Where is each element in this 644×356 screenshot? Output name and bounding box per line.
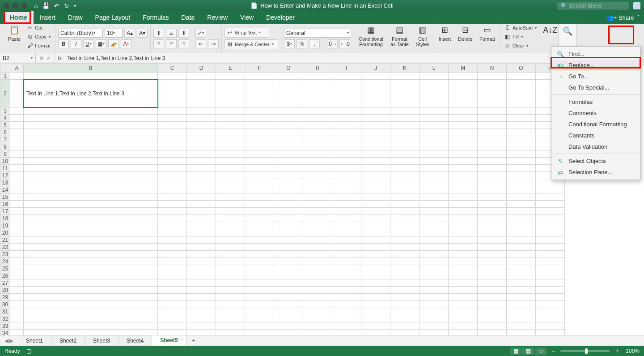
cell-L22[interactable] [419,244,449,251]
cell-C20[interactable] [158,229,187,236]
cell-E7[interactable] [216,136,245,143]
cell-A6[interactable] [10,129,24,136]
cell-F19[interactable] [245,222,274,229]
cell-L12[interactable] [419,172,449,179]
cell-F17[interactable] [245,208,274,215]
row-header-16[interactable]: 16 [0,201,10,208]
cell-B22[interactable] [24,244,158,251]
cell-D5[interactable] [187,122,216,129]
cell-J17[interactable] [361,208,390,215]
cell-C25[interactable] [158,265,187,272]
cell-I2[interactable] [332,80,361,107]
cell-K33[interactable] [390,322,419,330]
cell-I7[interactable] [332,136,361,143]
cell-O2[interactable] [507,80,536,107]
cell-B17[interactable] [24,208,158,215]
cell-H5[interactable] [303,122,332,129]
cell-D7[interactable] [187,136,216,143]
cell-E28[interactable] [216,287,245,294]
percent-button[interactable]: % [297,39,307,48]
cell-K15[interactable] [390,193,419,201]
cell-J11[interactable] [361,165,390,172]
cell-L16[interactable] [419,201,449,208]
col-header-H[interactable]: H [303,64,332,73]
cut-button[interactable]: ✂Cut [25,24,52,32]
cell-K18[interactable] [390,215,419,222]
cell-G14[interactable] [274,186,303,193]
tab-formulas[interactable]: Formulas [136,11,175,24]
fx-icon[interactable]: fx [55,55,64,61]
row-header-20[interactable]: 20 [0,229,10,236]
align-left-button[interactable]: ≡ [153,39,164,48]
next-sheet-icon[interactable]: ▶ [9,338,13,344]
cell-I14[interactable] [332,186,361,193]
cell-F6[interactable] [245,129,274,136]
cell-J34[interactable] [361,330,390,335]
cell-A27[interactable] [10,279,24,287]
border-button[interactable]: ▦▾ [96,39,106,48]
cell-I34[interactable] [332,330,361,335]
font-color-button[interactable]: A▾ [121,39,131,48]
delete-cells-button[interactable]: ⊟Delete [456,24,474,53]
cell-H29[interactable] [303,294,332,301]
cell-J20[interactable] [361,229,390,236]
cell-G16[interactable] [274,201,303,208]
number-format-select[interactable]: General▾ [284,29,351,38]
row-header-27[interactable]: 27 [0,279,10,287]
cell-E34[interactable] [216,330,245,335]
cell-P21[interactable] [536,236,565,244]
row-header-6[interactable]: 6 [0,129,10,136]
cell-M32[interactable] [449,315,478,322]
cell-G2[interactable] [274,80,303,107]
row-header-8[interactable]: 8 [0,143,10,150]
cell-L23[interactable] [419,251,449,258]
italic-button[interactable]: I [71,39,81,48]
cell-D8[interactable] [187,143,216,150]
cell-H7[interactable] [303,136,332,143]
cell-E17[interactable] [216,208,245,215]
cell-M3[interactable] [449,107,478,115]
cell-O29[interactable] [507,294,536,301]
format-painter-button[interactable]: 🖌Format [25,42,52,50]
cell-F33[interactable] [245,322,274,330]
cell-B24[interactable] [24,258,158,265]
row-header-34[interactable]: 34 [0,330,10,335]
cell-D27[interactable] [187,279,216,287]
cell-H11[interactable] [303,165,332,172]
cell-F32[interactable] [245,315,274,322]
cell-A14[interactable] [10,186,24,193]
cell-M11[interactable] [449,165,478,172]
cell-M30[interactable] [449,301,478,308]
cell-H2[interactable] [303,80,332,107]
cell-M6[interactable] [449,129,478,136]
cell-M18[interactable] [449,215,478,222]
cell-C13[interactable] [158,179,187,186]
menu-select-objects[interactable]: ↖Select Objects [551,155,640,167]
row-header-14[interactable]: 14 [0,186,10,193]
decrease-decimal-button[interactable]: ←.0 [339,39,350,48]
cell-N23[interactable] [478,251,507,258]
cell-A18[interactable] [10,215,24,222]
cell-N34[interactable] [478,330,507,335]
cell-O4[interactable] [507,115,536,122]
cell-F22[interactable] [245,244,274,251]
cell-F10[interactable] [245,158,274,165]
cell-C9[interactable] [158,150,187,158]
cell-H21[interactable] [303,236,332,244]
cell-C12[interactable] [158,172,187,179]
comma-button[interactable]: , [309,39,320,48]
cell-O21[interactable] [507,236,536,244]
cell-J23[interactable] [361,251,390,258]
cell-B10[interactable] [24,158,158,165]
cell-D28[interactable] [187,287,216,294]
align-middle-button[interactable]: ≣ [166,29,177,38]
cell-E11[interactable] [216,165,245,172]
cell-A13[interactable] [10,179,24,186]
cell-G12[interactable] [274,172,303,179]
sheet-tab-1[interactable]: Sheet1 [18,335,51,346]
cell-H25[interactable] [303,265,332,272]
cell-N15[interactable] [478,193,507,201]
cell-O16[interactable] [507,201,536,208]
cell-N26[interactable] [478,272,507,279]
cell-K22[interactable] [390,244,419,251]
